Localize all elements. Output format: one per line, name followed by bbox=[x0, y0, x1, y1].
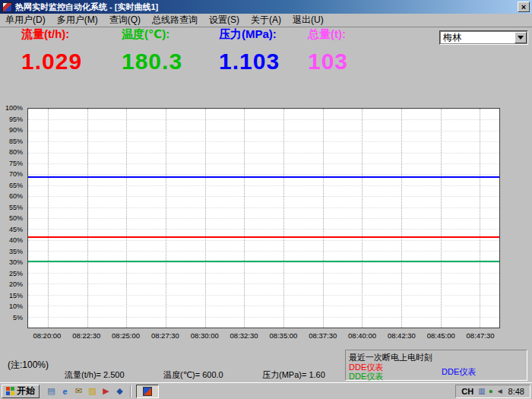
y-tick-label: 80% bbox=[0, 148, 23, 156]
x-tick-label: 08:20:00 bbox=[33, 331, 61, 340]
pressure-scale-text: 压力(MPa)= 1.60 bbox=[262, 369, 325, 381]
close-button[interactable]: × bbox=[518, 2, 530, 12]
reading-flow: 流量(t/h): 1.029 bbox=[21, 27, 82, 74]
series-line-flow bbox=[28, 236, 499, 238]
outlook-icon[interactable]: ✉ bbox=[73, 385, 84, 397]
reading-total: 总量(t): 103 bbox=[308, 27, 348, 74]
h-gridline bbox=[28, 295, 499, 296]
h-gridline bbox=[28, 109, 499, 109]
x-tick-label: 08:35:00 bbox=[269, 331, 297, 340]
y-tick-label: 20% bbox=[0, 280, 23, 288]
pressure-label: 压力(MPa): bbox=[219, 27, 280, 42]
taskbar-divider bbox=[130, 385, 131, 397]
y-tick-label: 100% bbox=[0, 104, 23, 112]
folder-icon[interactable]: ▨ bbox=[87, 385, 98, 397]
v-gridline bbox=[401, 109, 402, 328]
clock: 8:48 bbox=[508, 387, 524, 396]
reading-pressure: 压力(MPa): 1.103 bbox=[219, 27, 280, 74]
v-gridline bbox=[87, 109, 88, 328]
y-tick-label: 50% bbox=[0, 214, 23, 222]
y-tick-label: 90% bbox=[0, 126, 23, 134]
series-line-pressure bbox=[28, 176, 499, 178]
y-tick-label: 95% bbox=[0, 116, 23, 123]
v-gridline bbox=[323, 109, 324, 328]
start-button[interactable]: 开始 bbox=[2, 385, 40, 398]
x-tick-label: 08:32:30 bbox=[230, 331, 258, 340]
monitor-tray-icon[interactable]: ▥ bbox=[478, 388, 485, 395]
menu-exit[interactable]: 退出(U) bbox=[293, 14, 324, 27]
h-gridline bbox=[28, 283, 499, 284]
v-gridline bbox=[283, 109, 284, 328]
power-event-panel: 最近一次断电上电时刻 DDE仪表 DDE仪表 DDE仪表 bbox=[345, 350, 527, 381]
temperature-value: 180.3 bbox=[122, 49, 182, 74]
dropdown-arrow-icon[interactable] bbox=[515, 32, 527, 43]
language-indicator[interactable]: CH bbox=[461, 387, 473, 396]
menu-multi-user[interactable]: 多用户(M) bbox=[57, 14, 98, 27]
taskbar: 开始 ▤e✉▨▶◆ CH ▥●◄ 8:48 bbox=[0, 382, 532, 399]
h-gridline bbox=[28, 153, 499, 154]
v-gridline bbox=[480, 109, 480, 328]
x-axis: 08:20:0008:22:3008:25:0008:27:3008:30:00… bbox=[27, 331, 500, 342]
temperature-label: 温度(℃): bbox=[122, 27, 182, 42]
flow-label: 流量(t/h): bbox=[21, 27, 82, 42]
internet-explorer-icon[interactable]: e bbox=[59, 385, 71, 397]
menu-bar: 单用户(D) 多用户(M) 查询(Q) 总线路查询 设置(S) 关于(A) 退出… bbox=[0, 14, 532, 27]
media-player-icon[interactable]: ▶ bbox=[100, 385, 112, 397]
total-label: 总量(t): bbox=[308, 27, 348, 42]
h-gridline bbox=[28, 240, 499, 241]
x-tick-label: 08:45:00 bbox=[427, 331, 455, 340]
y-tick-label: 85% bbox=[0, 138, 23, 145]
v-gridline bbox=[441, 109, 442, 328]
tray-icons: ▥●◄ bbox=[478, 388, 503, 395]
station-select[interactable]: 梅林 bbox=[439, 30, 528, 45]
dde-meter-blue: DDE仪表 bbox=[442, 366, 476, 378]
show-desktop-icon[interactable]: ▤ bbox=[46, 385, 57, 397]
scale-note: (注:100%) bbox=[8, 359, 49, 372]
system-tray: CH ▥●◄ 8:48 bbox=[455, 385, 530, 398]
y-tick-label: 15% bbox=[0, 292, 23, 299]
menu-single-user[interactable]: 单用户(D) bbox=[5, 14, 46, 27]
h-gridline bbox=[28, 131, 499, 131]
h-gridline bbox=[28, 196, 499, 197]
plot-area bbox=[27, 108, 500, 328]
h-gridline bbox=[28, 141, 499, 142]
app-shortcut-icon[interactable]: ◆ bbox=[114, 385, 125, 397]
flow-value: 1.029 bbox=[21, 49, 82, 74]
menu-settings[interactable]: 设置(S) bbox=[209, 14, 239, 27]
h-gridline bbox=[28, 229, 499, 230]
h-gridline bbox=[28, 218, 499, 219]
y-tick-label: 35% bbox=[0, 248, 23, 255]
y-tick-label: 40% bbox=[0, 236, 23, 244]
app-window: 热网实时监控自动化系统 - [实时曲线1] × 单用户(D) 多用户(M) 查询… bbox=[0, 0, 532, 399]
v-gridline bbox=[205, 109, 206, 328]
pressure-value: 1.103 bbox=[219, 49, 280, 74]
y-tick-label: 30% bbox=[0, 258, 23, 266]
x-tick-label: 08:47:30 bbox=[467, 331, 495, 340]
menu-query[interactable]: 查询(Q) bbox=[109, 14, 141, 27]
h-gridline bbox=[28, 317, 499, 318]
quick-launch-bar: ▤e✉▨▶◆ bbox=[46, 385, 125, 397]
h-gridline bbox=[28, 251, 499, 252]
y-tick-label: 65% bbox=[0, 182, 23, 189]
app-task-icon bbox=[143, 387, 152, 396]
total-value: 103 bbox=[308, 49, 348, 74]
dde-meter-green: DDE仪表 bbox=[349, 371, 383, 382]
status-tray-icon[interactable]: ● bbox=[489, 388, 493, 395]
realtime-chart: 100%95%90%85%80%75%70%65%60%55%50%45%40%… bbox=[0, 103, 532, 344]
h-gridline bbox=[28, 119, 499, 120]
menu-about[interactable]: 关于(A) bbox=[251, 14, 281, 27]
volume-icon[interactable]: ◄ bbox=[496, 388, 504, 395]
window-title: 热网实时监控自动化系统 - [实时曲线1] bbox=[15, 2, 518, 13]
title-bar: 热网实时监控自动化系统 - [实时曲线1] × bbox=[0, 0, 532, 14]
reading-temperature: 温度(℃): 180.3 bbox=[122, 27, 182, 74]
flow-scale-text: 流量(t/h)= 2.500 bbox=[65, 369, 125, 381]
v-gridline bbox=[126, 109, 127, 328]
station-select-value: 梅林 bbox=[443, 31, 461, 44]
windows-logo-icon bbox=[6, 387, 14, 395]
h-gridline bbox=[28, 273, 499, 274]
menu-bus-query[interactable]: 总线路查询 bbox=[152, 14, 198, 27]
x-tick-label: 08:42:30 bbox=[388, 331, 416, 340]
series-line-temperature bbox=[28, 261, 499, 262]
taskbar-app-button[interactable] bbox=[136, 385, 159, 398]
y-tick-label: 70% bbox=[0, 170, 23, 178]
